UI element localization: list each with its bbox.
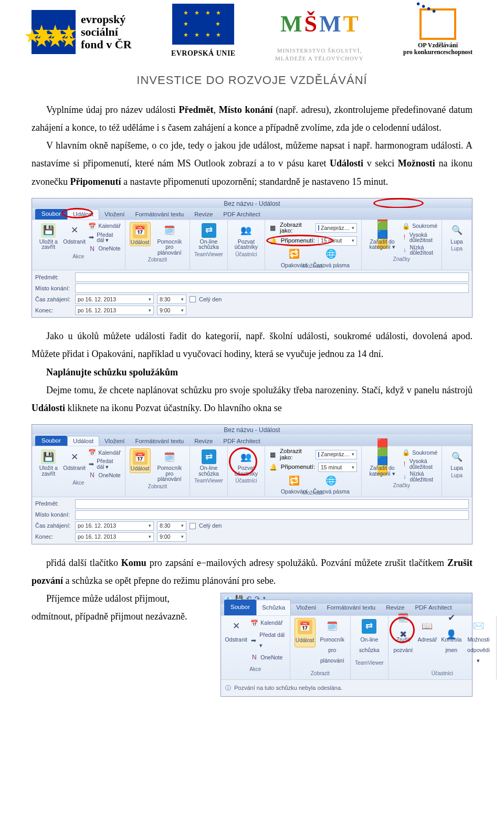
location-input[interactable] bbox=[75, 284, 469, 293]
msmt-logo: MŠMT MINISTERSTVO ŠKOLSTVÍ, MLÁDEŽE A TĚ… bbox=[275, 2, 364, 62]
high-importance-button[interactable]: !Vysoká důležitost bbox=[402, 232, 437, 243]
event-view-button[interactable]: 📅Událost bbox=[130, 222, 151, 247]
meeting-tab-file[interactable]: Soubor bbox=[224, 600, 256, 615]
tab-pdf[interactable]: PDF Architect bbox=[218, 209, 265, 219]
delete-button-2[interactable]: ✕Odstranit bbox=[64, 448, 85, 472]
cancel-invite-button[interactable]: 🗓️✖Zrušit pozvání bbox=[393, 618, 414, 657]
location-input-2[interactable] bbox=[75, 510, 469, 520]
screenshot-invite-ribbon: Bez názvu - Událost Soubor Událost Vlože… bbox=[32, 424, 472, 544]
invite-icon: 👥 bbox=[239, 223, 254, 238]
tab-file-2[interactable]: Soubor bbox=[35, 436, 67, 446]
reminder-combo-2[interactable]: 15 minut bbox=[318, 463, 357, 472]
msmt-text-2: MLÁDEŽE A TĚLOVÝCHOVY bbox=[275, 55, 364, 62]
group-teamviewer-label: TeamViewer bbox=[194, 252, 223, 257]
meeting-delete-button[interactable]: ✕Odstranit bbox=[225, 618, 247, 646]
meeting-event-view-button[interactable]: 📅Událost bbox=[295, 618, 316, 647]
calendar-button[interactable]: 📅Kalendář bbox=[88, 222, 121, 230]
tab-review[interactable]: Revize bbox=[189, 209, 218, 219]
addressbook-button[interactable]: 📖Adresář bbox=[417, 618, 438, 646]
show-as-label: Zobrazit jako: bbox=[280, 222, 312, 234]
start-label: Čas zahájení: bbox=[35, 297, 72, 302]
tab-format[interactable]: Formátování textu bbox=[130, 209, 189, 219]
window-title-2: Bez názvu - Událost bbox=[32, 425, 472, 434]
meeting-assistant-button[interactable]: 🗓️Pomocník pro plánování bbox=[319, 618, 346, 667]
subject-input-2[interactable] bbox=[75, 499, 469, 509]
meeting-online-button[interactable]: ⇄On-line schůzka bbox=[355, 618, 384, 657]
tab-event[interactable]: Událost bbox=[67, 209, 99, 219]
teamviewer-icon: ⇄ bbox=[202, 223, 216, 238]
meeting-tab-format[interactable]: Formátování textu bbox=[322, 600, 381, 615]
screenshot-meeting-ribbon: 📧 💾 ↶ ↷ ▾ Soubor Schůzka Vložení Formáto… bbox=[220, 593, 472, 697]
event-view-button-2[interactable]: 📅Událost bbox=[130, 448, 151, 473]
meeting-forward-button[interactable]: ➡Předat dál ▾ bbox=[250, 630, 285, 651]
paragraph-2: V hlavním okně napíšeme, o co jde, tedy … bbox=[32, 137, 472, 191]
high-importance-button-2[interactable]: !Vysoká důležitost bbox=[402, 458, 437, 469]
low-importance-button-2[interactable]: ↓Nízká důležitost bbox=[402, 471, 437, 482]
calendar-button-2[interactable]: 📅Kalendář bbox=[88, 448, 121, 457]
save-close-button-2[interactable]: 💾Uložit a zavřít bbox=[36, 448, 61, 477]
meeting-tab-meeting[interactable]: Schůzka bbox=[256, 600, 291, 615]
meeting-group-actions-label: Akce bbox=[249, 664, 261, 674]
delete-button[interactable]: ✕Odstranit bbox=[64, 222, 85, 246]
scheduling-assistant-button[interactable]: 🗓️Pomocník pro plánování bbox=[154, 222, 185, 257]
low-importance-button[interactable]: ↓Nízká důležitost bbox=[402, 245, 437, 256]
online-meeting-button-2[interactable]: ⇄On-line schůzka bbox=[194, 448, 223, 477]
private-button-2[interactable]: 🔒Soukromé bbox=[402, 448, 437, 457]
location-label-2: Místo konání: bbox=[35, 512, 72, 518]
end-time-combo[interactable]: 9:00 bbox=[157, 306, 186, 315]
cancel-invite-icon: 🗓️✖ bbox=[396, 619, 411, 634]
online-meeting-button[interactable]: ⇄On-line schůzka bbox=[194, 222, 223, 251]
tab-pdf-2[interactable]: PDF Architect bbox=[218, 436, 265, 446]
allday-label-2: Celý den bbox=[199, 523, 222, 529]
forward-button[interactable]: ➡Předat dál ▾ bbox=[88, 232, 121, 243]
header-logos: evropský sociální fond v ČR ★ ★ EVROPSKÁ… bbox=[32, 0, 472, 62]
onenote-button[interactable]: NOneNote bbox=[88, 245, 121, 253]
tab-file[interactable]: Soubor bbox=[35, 209, 67, 219]
forward-button-2[interactable]: ➡Předat dál ▾ bbox=[88, 458, 121, 469]
end-date-combo-2[interactable]: po 16. 12. 2013 bbox=[75, 532, 154, 542]
forward-icon: ➡ bbox=[88, 460, 95, 468]
start-date-combo-2[interactable]: po 16. 12. 2013 bbox=[75, 521, 154, 531]
tab-event-2[interactable]: Událost bbox=[67, 436, 99, 446]
start-label-2: Čas zahájení: bbox=[35, 523, 72, 529]
start-time-combo-2[interactable]: 8:30 bbox=[157, 521, 186, 531]
meeting-tab-insert[interactable]: Vložení bbox=[291, 600, 321, 615]
allday-checkbox-2[interactable] bbox=[190, 523, 196, 529]
end-time-combo-2[interactable]: 9:00 bbox=[157, 532, 186, 542]
private-button[interactable]: 🔒Soukromé bbox=[402, 222, 437, 230]
end-date-combo[interactable]: po 16. 12. 2013 bbox=[75, 306, 154, 315]
screenshot-event-ribbon: Bez názvu - Událost Soubor Událost Vlože… bbox=[32, 198, 472, 318]
end-label-2: Konec: bbox=[35, 534, 72, 540]
tab-format-2[interactable]: Formátování textu bbox=[130, 436, 189, 446]
meeting-calendar-button[interactable]: 📅Kalendář bbox=[250, 618, 285, 628]
show-as-combo-2[interactable]: Zanepráz… bbox=[316, 450, 357, 459]
onenote-button-2[interactable]: NOneNote bbox=[88, 471, 121, 479]
zoom-button-2[interactable]: 🔍Lupa bbox=[446, 448, 467, 472]
zoom-button[interactable]: 🔍Lupa bbox=[446, 222, 467, 246]
subject-input[interactable] bbox=[75, 272, 469, 282]
tab-insert-2[interactable]: Vložení bbox=[99, 436, 130, 446]
paragraph-1: Vyplníme údaj pro název události Předmět… bbox=[32, 101, 472, 137]
scheduling-assistant-button-2[interactable]: 🗓️Pomocník pro plánování bbox=[154, 448, 185, 483]
delete-icon: ✕ bbox=[229, 619, 244, 634]
forward-icon: ➡ bbox=[250, 636, 257, 645]
invite-participants-button[interactable]: 👥Pozvat účastníky bbox=[232, 222, 260, 251]
meeting-onenote-button[interactable]: NOneNote bbox=[250, 653, 285, 663]
check-names-button[interactable]: ✔👤Kontrola jmen bbox=[441, 618, 462, 657]
group-zoom-label: Lupa bbox=[451, 246, 463, 251]
show-as-combo[interactable]: Zanepráz… bbox=[316, 223, 357, 233]
save-close-button[interactable]: 💾Uložit a zavřít bbox=[36, 222, 61, 251]
allday-checkbox[interactable] bbox=[190, 296, 196, 302]
start-date-combo[interactable]: po 16. 12. 2013 bbox=[75, 295, 154, 304]
group-show-label: Zobrazit bbox=[148, 257, 167, 263]
tab-review-2[interactable]: Revize bbox=[189, 436, 218, 446]
tab-insert[interactable]: Vložení bbox=[99, 209, 130, 219]
recurrence-icon: 🔁 bbox=[287, 247, 301, 261]
group-teamviewer: ⇄On-line schůzka TeamViewer bbox=[190, 220, 228, 270]
categorize-button-2[interactable]: 🟥🟩🟦🟨Zařadit do kategorií ▾ bbox=[366, 448, 398, 477]
categorize-button[interactable]: 🟥🟩🟦🟨Zařadit do kategorií ▾ bbox=[366, 222, 398, 251]
reminder-combo[interactable]: 15 minut bbox=[318, 236, 357, 246]
response-options-button[interactable]: ✉️Možnosti odpovědi ▾ bbox=[465, 618, 492, 667]
invite-participants-button-2[interactable]: 👥Pozvat účastníky bbox=[232, 448, 260, 477]
start-time-combo[interactable]: 8:30 bbox=[157, 295, 186, 304]
